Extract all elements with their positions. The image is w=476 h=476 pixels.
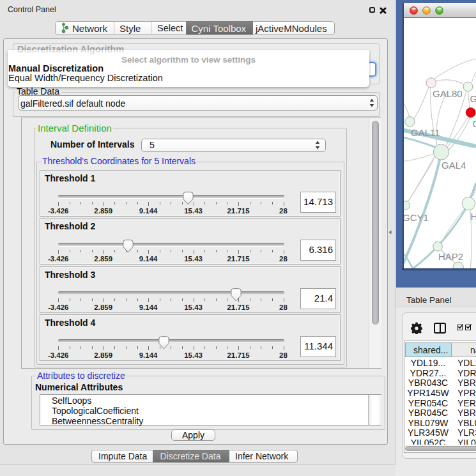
svg-text:H: H [471, 211, 476, 222]
svg-text:C: C [473, 118, 476, 129]
svg-text:HAP2: HAP2 [438, 251, 463, 262]
svg-text:GA: GA [470, 93, 476, 104]
svg-text:GAL11: GAL11 [411, 127, 440, 138]
svg-text:GCY1: GCY1 [404, 212, 429, 223]
svg-text:GAL4: GAL4 [441, 160, 466, 171]
svg-text:GAL80: GAL80 [433, 88, 463, 99]
